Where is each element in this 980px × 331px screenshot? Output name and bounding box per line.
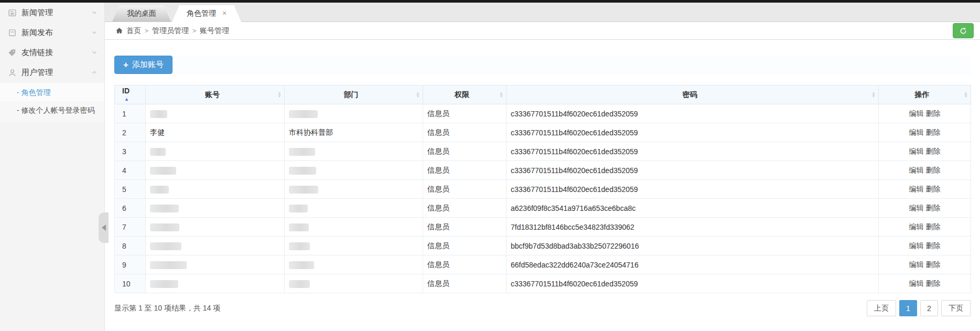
pagination: 上页 1 2 下页 bbox=[864, 300, 971, 316]
delete-link[interactable]: 删除 bbox=[926, 128, 941, 136]
page-button-2[interactable]: 2 bbox=[920, 300, 938, 316]
tab-label: 角色管理 bbox=[187, 9, 216, 17]
prev-page-button[interactable]: 上页 bbox=[867, 300, 896, 316]
cell-permission: 信息员 bbox=[423, 199, 507, 218]
redacted-text bbox=[150, 261, 187, 269]
delete-link[interactable]: 删除 bbox=[926, 279, 941, 287]
edit-link[interactable]: 编辑 bbox=[909, 260, 924, 269]
cell-actions: 编辑删除 bbox=[879, 123, 971, 142]
cell-id: 5 bbox=[115, 180, 146, 199]
breadcrumb-separator: > bbox=[192, 27, 196, 35]
cell-actions: 编辑删除 bbox=[879, 180, 971, 199]
delete-link[interactable]: 删除 bbox=[926, 204, 941, 212]
cell-department bbox=[285, 199, 423, 218]
chevron-up-icon bbox=[91, 69, 98, 76]
column-header-password[interactable]: 密码 ▲▼ bbox=[507, 86, 879, 104]
cell-department bbox=[285, 161, 423, 180]
table-row[interactable]: 7 信息员 7fd18312bf8146bcc5e34823fd339062 编… bbox=[115, 218, 971, 237]
column-header-actions[interactable]: 操作 ▲▼ bbox=[879, 86, 971, 104]
redacted-text bbox=[150, 280, 178, 288]
close-icon[interactable]: × bbox=[222, 9, 227, 17]
redacted-text bbox=[289, 205, 308, 212]
sort-icon: ▲▼ bbox=[499, 92, 503, 98]
add-account-button[interactable]: + 添加账号 bbox=[114, 56, 173, 74]
sidebar-subitem-change-password[interactable]: - 修改个人帐号登录密码 bbox=[0, 101, 104, 119]
chevron-down-icon bbox=[91, 9, 98, 16]
cell-actions: 编辑删除 bbox=[879, 218, 971, 237]
cell-id: 8 bbox=[115, 237, 146, 255]
delete-link[interactable]: 删除 bbox=[926, 147, 941, 155]
cell-password: c33367701511b4f6020ec61ded352059 bbox=[507, 104, 879, 123]
delete-link[interactable]: 删除 bbox=[926, 185, 941, 193]
cell-actions: 编辑删除 bbox=[879, 255, 971, 274]
sidebar-item-friend-links[interactable]: 友情链接 bbox=[0, 42, 104, 62]
cell-password: c33367701511b4f6020ec61ded352059 bbox=[507, 274, 879, 293]
delete-link[interactable]: 删除 bbox=[926, 166, 941, 174]
cell-department bbox=[285, 255, 423, 274]
edit-link[interactable]: 编辑 bbox=[909, 128, 924, 136]
delete-link[interactable]: 删除 bbox=[926, 222, 941, 231]
table-row[interactable]: 5 信息员 c33367701511b4f6020ec61ded352059 编… bbox=[115, 180, 971, 199]
cell-permission: 信息员 bbox=[423, 142, 507, 161]
table-row[interactable]: 3 信息员 c33367701511b4f6020ec61ded352059 编… bbox=[115, 142, 971, 161]
cell-password: c33367701511b4f6020ec61ded352059 bbox=[507, 180, 879, 199]
delete-link[interactable]: 删除 bbox=[926, 109, 941, 118]
sidebar-item-label: 新闻发布 bbox=[21, 28, 91, 38]
sidebar-item-user-management[interactable]: 用户管理 bbox=[0, 62, 104, 82]
cell-account bbox=[146, 218, 285, 237]
column-header-department[interactable]: 部门 ▲▼ bbox=[285, 86, 423, 104]
results-info: 显示第 1 至 10 项结果，共 14 项 bbox=[114, 304, 220, 313]
cell-id: 3 bbox=[115, 142, 146, 161]
delete-link[interactable]: 删除 bbox=[926, 241, 941, 250]
column-header-account[interactable]: 账号 ▲▼ bbox=[146, 86, 285, 104]
bullet: - bbox=[17, 88, 19, 97]
next-page-button[interactable]: 下页 bbox=[941, 300, 971, 316]
delete-link[interactable]: 删除 bbox=[926, 260, 941, 269]
cell-permission: 信息员 bbox=[423, 161, 507, 180]
table-row[interactable]: 2 李健 市科协科普部 信息员 c33367701511b4f6020ec61d… bbox=[115, 123, 971, 142]
cell-id: 4 bbox=[115, 161, 146, 180]
edit-link[interactable]: 编辑 bbox=[909, 147, 924, 155]
page-button-1[interactable]: 1 bbox=[899, 300, 917, 316]
sidebar-item-news-management[interactable]: 新闻管理 bbox=[0, 3, 104, 23]
sidebar-item-label: 新闻管理 bbox=[21, 8, 91, 18]
table-row[interactable]: 8 信息员 bbcf9b7d53d8bad3ab33b25072296016 编… bbox=[115, 237, 971, 255]
cell-actions: 编辑删除 bbox=[879, 161, 971, 180]
column-header-permission[interactable]: 权限 ▲▼ bbox=[423, 86, 507, 104]
edit-link[interactable]: 编辑 bbox=[909, 279, 924, 287]
sidebar-subitem-label: 修改个人帐号登录密码 bbox=[21, 106, 95, 114]
edit-link[interactable]: 编辑 bbox=[909, 241, 924, 250]
refresh-icon bbox=[959, 27, 967, 35]
table-row[interactable]: 4 信息员 c33367701511b4f6020ec61ded352059 编… bbox=[115, 161, 971, 180]
edit-link[interactable]: 编辑 bbox=[909, 222, 924, 231]
cell-actions: 编辑删除 bbox=[879, 104, 971, 123]
chevron-down-icon bbox=[91, 49, 98, 56]
redacted-text bbox=[150, 223, 179, 231]
table-row[interactable]: 1 信息员 c33367701511b4f6020ec61ded352059 编… bbox=[115, 104, 971, 123]
sort-ascending-icon: ▲ bbox=[124, 97, 129, 102]
edit-link[interactable]: 编辑 bbox=[909, 166, 924, 174]
edit-link[interactable]: 编辑 bbox=[909, 204, 924, 212]
edit-link[interactable]: 编辑 bbox=[909, 109, 924, 118]
sidebar-subitem-role-management[interactable]: - 角色管理 bbox=[0, 83, 104, 101]
edit-link[interactable]: 编辑 bbox=[909, 185, 924, 193]
tab-role-management[interactable]: 角色管理× bbox=[172, 5, 241, 22]
cell-account bbox=[146, 161, 285, 180]
cell-actions: 编辑删除 bbox=[879, 274, 971, 293]
column-header-id[interactable]: ID▲ bbox=[115, 86, 146, 104]
cell-department bbox=[285, 237, 423, 255]
cell-id: 7 bbox=[115, 218, 146, 237]
breadcrumb-admin-management[interactable]: 管理员管理 bbox=[152, 26, 189, 36]
sidebar-collapse-handle[interactable] bbox=[99, 212, 109, 243]
table-row[interactable]: 6 信息员 a6236f09f8c3541a9716a653ce6bca8c 编… bbox=[115, 199, 971, 218]
breadcrumb-home[interactable]: 首页 bbox=[126, 26, 141, 36]
refresh-button[interactable] bbox=[953, 23, 974, 38]
users-icon bbox=[8, 68, 17, 77]
table-row[interactable]: 9 信息员 66fd58edac322dd6240a73ce24054716 编… bbox=[115, 255, 971, 274]
cell-department bbox=[285, 180, 423, 199]
table-row[interactable]: 10 信息员 c33367701511b4f6020ec61ded352059 … bbox=[115, 274, 971, 293]
tab-my-desktop[interactable]: 我的桌面 bbox=[112, 5, 171, 22]
cell-account bbox=[146, 255, 285, 274]
redacted-text bbox=[289, 110, 318, 118]
sidebar-item-news-publish[interactable]: 新闻发布 bbox=[0, 23, 104, 42]
